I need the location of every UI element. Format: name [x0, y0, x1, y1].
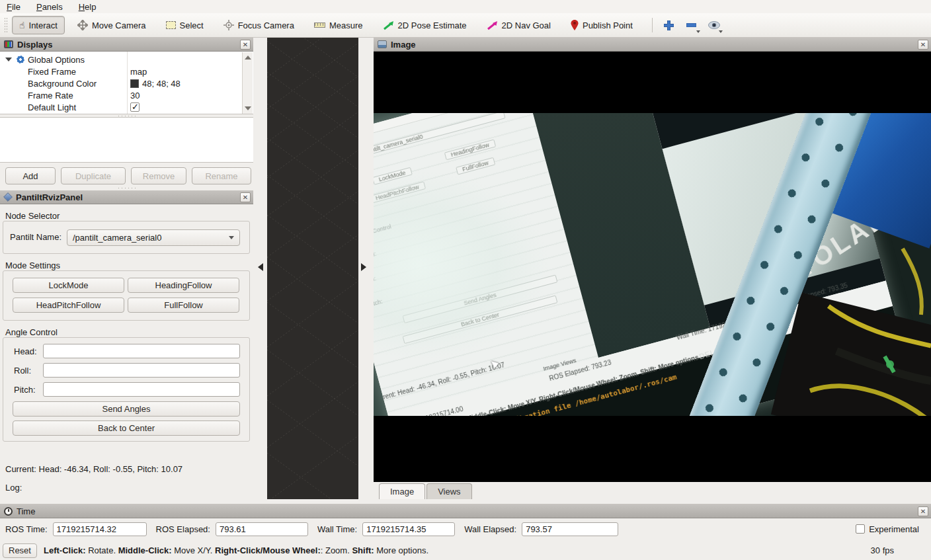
tool-select[interactable]: Select: [159, 16, 211, 34]
menu-help[interactable]: Help: [79, 2, 97, 12]
rviz-window: File Panels Help ☝ Interact Move Camera …: [0, 0, 931, 560]
image-close-button[interactable]: ✕: [918, 40, 928, 50]
gear-icon: [17, 56, 24, 63]
toolbar-grip[interactable]: [4, 17, 8, 33]
angle-control-label: Angle Control: [5, 327, 58, 337]
pantilt-panel-header[interactable]: PantiltRvizPanel ✕: [0, 190, 253, 204]
full-follow-button[interactable]: FullFollow: [128, 298, 239, 313]
displays-tree[interactable]: Global Options Fixed Frame map Backgroun…: [0, 52, 253, 114]
head-input[interactable]: [43, 344, 240, 358]
remove-tool-button[interactable]: [682, 16, 702, 34]
tree-row-fixed-frame[interactable]: Fixed Frame map: [0, 65, 241, 77]
default-light-label: Default Light: [28, 102, 76, 112]
lock-mode-button[interactable]: LockMode: [13, 278, 124, 293]
ros-time-label: ROS Time:: [5, 524, 48, 534]
tree-scrollbar[interactable]: [242, 52, 253, 114]
tab-image[interactable]: Image: [379, 483, 425, 499]
log-label: Log:: [5, 483, 22, 493]
panel-splitter-handle[interactable]: [117, 187, 137, 189]
background-color-value[interactable]: 48; 48; 48: [130, 79, 181, 89]
tool-visibility-button[interactable]: [704, 16, 724, 34]
expander-icon[interactable]: [5, 58, 12, 61]
heading-follow-button[interactable]: HeadingFollow: [128, 278, 239, 293]
tool-publish-point[interactable]: Publish Point: [563, 16, 640, 34]
rename-display-button[interactable]: Rename: [192, 167, 251, 184]
3d-viewport[interactable]: [267, 38, 358, 499]
mode-settings-group: LockMode HeadingFollow HeadPitchFollow F…: [3, 270, 250, 321]
tree-row-background-color[interactable]: Background Color 48; 48; 48: [0, 77, 241, 89]
wall-elapsed-label: Wall Elapsed:: [464, 524, 516, 534]
menu-panels[interactable]: Panels: [36, 2, 63, 12]
add-display-button[interactable]: Add: [5, 167, 56, 184]
tool-interact[interactable]: ☝ Interact: [12, 16, 65, 34]
window-resize-grip[interactable]: [922, 551, 930, 559]
duplicate-display-button[interactable]: Duplicate: [61, 167, 126, 184]
node-selector-label: Node Selector: [5, 211, 60, 221]
wall-time-input[interactable]: [362, 522, 455, 536]
wall-elapsed-input[interactable]: [522, 522, 618, 536]
displays-close-button[interactable]: ✕: [240, 40, 251, 50]
ros-time-input[interactable]: [53, 522, 147, 536]
background-color-text: 48; 48; 48: [142, 79, 181, 89]
tree-row-global-options[interactable]: Global Options: [0, 54, 241, 65]
add-tool-button[interactable]: [659, 16, 679, 34]
select-icon: [166, 21, 176, 29]
node-selector-group: Pantilt Name: /pantilt_camera_serial0: [3, 221, 250, 254]
help-zoom: : Zoom.: [321, 545, 352, 555]
tool-focus-camera[interactable]: Focus Camera: [216, 16, 302, 34]
tool-visibility-dropdown-icon: [719, 30, 723, 33]
roll-input[interactable]: [43, 363, 240, 378]
image-panel-title: Image: [391, 40, 914, 50]
mouse-help-text: Left-Click: Rotate. Middle-Click: Move X…: [44, 545, 428, 555]
experimental-checkbox[interactable]: [856, 524, 865, 534]
remove-tool-dropdown-icon: [696, 30, 700, 33]
ros-elapsed-input[interactable]: [216, 522, 308, 536]
tool-move-camera[interactable]: Move Camera: [70, 16, 153, 34]
menubar: File Panels Help: [0, 0, 931, 13]
clock-icon: [4, 507, 13, 516]
camera-image-view[interactable]: /pantilt_camera_serial0 LockMode Heading…: [374, 52, 931, 482]
send-angles-button[interactable]: Send Angles: [13, 401, 240, 417]
menu-file[interactable]: File: [7, 2, 20, 12]
tool-2d-nav-goal-label: 2D Nav Goal: [502, 20, 551, 30]
collapse-left-splitter-icon[interactable]: [258, 263, 263, 271]
help-middle-click: Middle-Click:: [118, 545, 172, 555]
pantilt-name-combobox[interactable]: /pantilt_camera_serial0: [67, 229, 240, 246]
help-move: Move X/Y.: [172, 545, 216, 555]
eye-icon: [708, 21, 720, 29]
pantilt-close-button[interactable]: ✕: [240, 192, 251, 202]
left-panel: Displays ✕ Global Options Fixed Frame ma…: [0, 38, 253, 499]
camera-photo: /pantilt_camera_serial0 LockMode Heading…: [374, 113, 931, 416]
fixed-frame-value[interactable]: map: [130, 67, 147, 77]
help-rotate: Rotate.: [86, 545, 118, 555]
tool-measure[interactable]: Measure: [307, 16, 370, 34]
collapse-right-splitter-icon[interactable]: [361, 263, 366, 271]
scroll-up-icon[interactable]: [245, 56, 251, 60]
time-close-button[interactable]: ✕: [918, 506, 928, 516]
display-description-box: [0, 117, 253, 163]
tree-row-default-light[interactable]: Default Light: [0, 101, 241, 113]
head-pitch-follow-button[interactable]: HeadPitchFollow: [13, 298, 124, 313]
time-panel-header[interactable]: Time ✕: [0, 504, 931, 518]
current-angles-status: Current: Head: -46.34, Roll: -0.55, Pitc…: [5, 464, 182, 474]
default-light-checkbox[interactable]: [130, 102, 140, 112]
remove-display-button[interactable]: Remove: [131, 167, 186, 184]
image-panel: Image ✕ /pantilt_camera_serial0 LockMode…: [374, 38, 931, 499]
tab-views[interactable]: Views: [426, 483, 471, 499]
image-panel-header[interactable]: Image ✕: [374, 38, 931, 52]
tool-2d-nav-goal[interactable]: 2D Nav Goal: [479, 16, 558, 34]
frame-rate-value[interactable]: 30: [130, 91, 140, 100]
toolbar: ☝ Interact Move Camera Select Focus Came…: [0, 13, 931, 38]
scroll-down-icon[interactable]: [245, 106, 251, 110]
pitch-input[interactable]: [43, 382, 240, 397]
interact-hand-icon: ☝: [19, 20, 25, 30]
tree-row-frame-rate[interactable]: Frame Rate 30: [0, 89, 241, 101]
displays-panel-header[interactable]: Displays ✕: [0, 38, 253, 52]
pantilt-panel-title: PantiltRvizPanel: [16, 192, 236, 202]
tool-2d-pose-estimate[interactable]: 2D Pose Estimate: [376, 16, 474, 34]
head-field-label: Head:: [14, 346, 37, 356]
ground-grid: [267, 38, 358, 499]
reset-button[interactable]: Reset: [3, 543, 37, 558]
focus-camera-icon: [223, 20, 234, 30]
back-to-center-button[interactable]: Back to Center: [13, 420, 240, 436]
